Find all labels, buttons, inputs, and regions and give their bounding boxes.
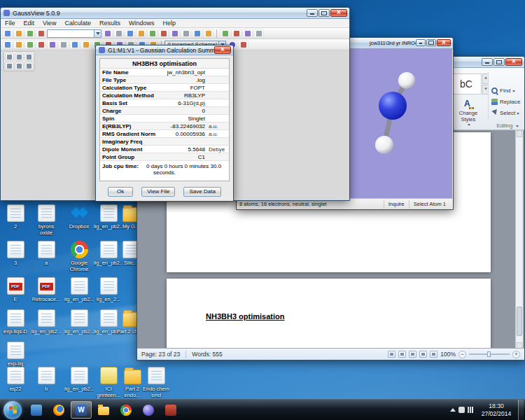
display-format-icon[interactable]	[181, 29, 191, 38]
close-button[interactable]	[437, 39, 451, 46]
new-file-icon[interactable]	[2, 29, 13, 38]
close-button[interactable]	[505, 58, 522, 66]
add-valence-icon[interactable]	[13, 40, 24, 49]
close-button[interactable]	[214, 46, 231, 54]
menu-file[interactable]: File	[1, 20, 20, 27]
redo-icon[interactable]	[158, 29, 169, 38]
desktop-icon[interactable]: lig_en_pb2...	[64, 367, 94, 392]
zoom-slider[interactable]	[469, 354, 510, 355]
menu-windows[interactable]: Windows	[125, 20, 159, 27]
draft-view-button[interactable]	[430, 351, 438, 358]
show-desktop-button[interactable]	[518, 400, 524, 420]
vertical-scrollbar[interactable]	[515, 130, 523, 349]
zoom-slider-thumb[interactable]	[487, 351, 491, 357]
modify-angle-icon[interactable]	[58, 40, 69, 49]
word-count[interactable]: Words: 555	[192, 351, 222, 358]
desktop-icon[interactable]: lig_en_2...	[94, 277, 123, 302]
taskbar-app-button[interactable]	[26, 401, 47, 419]
print-layout-view-button[interactable]	[388, 351, 396, 358]
ok-button[interactable]: Ok	[108, 187, 133, 197]
zoom-in-button[interactable]: +	[512, 351, 520, 358]
biological-fragment-icon[interactable]	[253, 29, 264, 38]
quick-styles-gallery[interactable]: bC	[451, 74, 482, 94]
show-hidden-icons[interactable]	[450, 405, 456, 412]
builder-undo-icon[interactable]	[5, 62, 14, 70]
desktop-icon[interactable]: E	[1, 277, 30, 302]
network-icon[interactable]	[468, 407, 475, 413]
menu-help[interactable]: Help	[158, 20, 180, 27]
save-data-button[interactable]: Save Data	[183, 187, 220, 197]
select-button[interactable]: Select	[491, 108, 519, 118]
custom-fragment-icon[interactable]	[2, 40, 13, 49]
start-button[interactable]	[4, 401, 22, 419]
fullscreen-view-button[interactable]	[398, 351, 406, 358]
gaussview-titlebar[interactable]: GaussView 5.0.9	[1, 8, 349, 19]
menu-edit[interactable]: Edit	[20, 20, 39, 27]
taskbar-firefox-button[interactable]	[48, 401, 69, 419]
taskbar-media-button[interactable]	[160, 401, 181, 419]
document-page[interactable]: NH3BH3 optimisation	[167, 279, 491, 349]
snapshot-icon[interactable]	[169, 29, 180, 38]
open-file-icon[interactable]	[13, 29, 24, 38]
change-styles-button[interactable]: Change Styles	[451, 99, 486, 130]
invert-atom-icon[interactable]	[36, 40, 46, 49]
minimize-button[interactable]	[482, 58, 493, 66]
undo-icon[interactable]	[147, 29, 158, 38]
ring-fragment-icon[interactable]	[231, 29, 241, 38]
chevron-down-icon[interactable]	[94, 30, 101, 37]
taskbar-word-button[interactable]	[71, 401, 92, 419]
find-button[interactable]: Find	[491, 86, 515, 95]
paste-icon[interactable]	[125, 29, 135, 38]
desktop-icon[interactable]: Endo chem smd	[141, 367, 171, 398]
builder-ring-icon[interactable]	[24, 52, 34, 61]
replace-button[interactable]: Replace	[491, 97, 520, 106]
desktop-icon[interactable]: Google Chrome	[64, 241, 94, 272]
scroll-up-icon[interactable]	[517, 130, 522, 137]
desktop-icon[interactable]: b	[31, 367, 61, 392]
maximize-button[interactable]	[493, 58, 505, 66]
modify-dihedral-icon[interactable]	[69, 40, 80, 49]
modify-bond-icon[interactable]	[47, 40, 57, 49]
builder-atom-icon[interactable]	[5, 52, 14, 61]
taskbar-gaussview-button[interactable]	[138, 401, 159, 419]
apply-scheme-icon[interactable]	[238, 40, 248, 49]
desktop-icon[interactable]: byrons oxide	[31, 204, 61, 236]
inquire-icon[interactable]	[80, 40, 91, 49]
fragment-combo[interactable]	[47, 29, 102, 38]
taskbar-chrome-button[interactable]	[115, 401, 136, 419]
delete-atom-icon[interactable]	[24, 40, 35, 49]
desktop-icon[interactable]: lig_en_pb2...	[64, 309, 94, 335]
dialog-titlebar[interactable]: G1:M1:V1 - Gaussian Calculation Summary	[96, 46, 233, 55]
taskbar-explorer-button[interactable]	[93, 401, 114, 419]
maximize-button[interactable]	[426, 39, 436, 46]
inquire-mode[interactable]: Inquire	[384, 200, 409, 209]
rgroup-fragment-icon[interactable]	[242, 29, 253, 38]
desktop-icon[interactable]: exp-liqs-D	[1, 309, 30, 335]
print-icon[interactable]	[36, 29, 46, 38]
web-layout-view-button[interactable]	[409, 351, 416, 358]
desktop-icon[interactable]: eq22	[1, 367, 30, 392]
view-file-button[interactable]: View File	[141, 187, 175, 197]
menu-results[interactable]: Results	[95, 20, 125, 27]
desktop-icon[interactable]: Dropbox	[64, 204, 94, 230]
desktop-icon[interactable]: lig_en_pb2...	[64, 277, 94, 302]
save-file-icon[interactable]	[24, 29, 35, 38]
desktop-icon[interactable]: 2	[1, 204, 30, 230]
page-indicator[interactable]: Page: 23 of 23	[141, 351, 180, 358]
labels-icon[interactable]	[192, 29, 202, 38]
menu-view[interactable]: View	[38, 20, 60, 27]
builder-view-icon[interactable]	[24, 62, 34, 70]
zoom-level[interactable]: 100%	[440, 351, 456, 358]
minimize-button[interactable]	[416, 39, 426, 46]
cut-icon[interactable]	[102, 29, 113, 38]
desktop-icon[interactable]: 3	[1, 241, 30, 266]
desktop-icon[interactable]: exp-liq	[1, 342, 30, 367]
desktop-icon[interactable]: lig_en_pb2...	[31, 309, 61, 335]
element-fragment-icon[interactable]	[220, 29, 230, 38]
copy-icon[interactable]	[113, 29, 124, 38]
close-button[interactable]	[330, 9, 347, 17]
menu-calculate[interactable]: Calculate	[60, 20, 95, 27]
delete-icon[interactable]	[136, 29, 146, 38]
outline-view-button[interactable]	[419, 351, 427, 358]
minimize-button[interactable]	[307, 9, 318, 17]
